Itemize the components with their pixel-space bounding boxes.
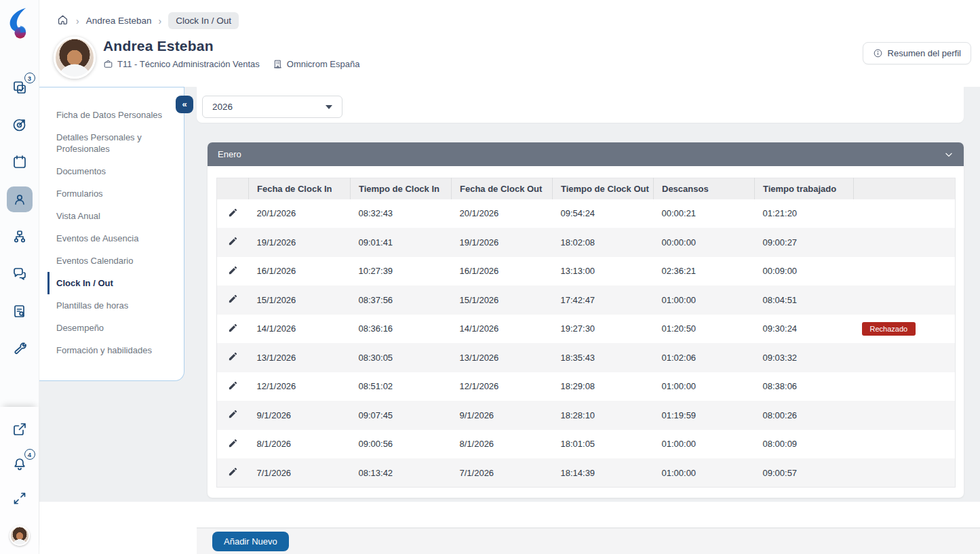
expand-icon[interactable] (7, 486, 33, 511)
worked-time-cell: 09:00:27 (755, 228, 854, 257)
table-row: 9/1/2026 09:07:45 9/1/2026 18:28:10 01:1… (217, 401, 956, 430)
clock-in-date-cell: 14/1/2026 (249, 315, 351, 344)
clock-in-time-cell: 08:37:56 (351, 285, 452, 315)
chevron-down-icon (326, 105, 332, 109)
clock-out-time-cell: 09:54:24 (553, 199, 654, 229)
table-row: 7/1/2026 08:13:42 7/1/2026 18:14:39 01:0… (217, 458, 956, 488)
document-search-icon[interactable] (7, 298, 33, 324)
external-link-icon[interactable] (7, 416, 33, 442)
status-cell (854, 228, 956, 257)
month-panel-header[interactable]: Enero (208, 142, 964, 166)
clock-out-time-cell: 18:02:08 (553, 228, 654, 257)
clock-out-time-cell: 17:42:47 (553, 285, 654, 315)
goals-icon[interactable] (7, 112, 33, 138)
profile-icon[interactable] (7, 186, 33, 212)
breadcrumb: › Andrea Esteban › Clock In / Out (39, 0, 980, 29)
column-header (854, 178, 956, 199)
clock-out-time-cell: 18:01:05 (553, 430, 654, 459)
workspace: Ficha de Datos Personales Detalles Perso… (39, 87, 980, 554)
column-header: Tiempo de Clock Out (553, 178, 654, 199)
submenu-item[interactable]: Formación y habilidades (47, 339, 184, 361)
clock-in-time-cell: 08:30:05 (351, 343, 452, 372)
status-cell (854, 343, 956, 372)
edit-icon[interactable] (228, 380, 238, 391)
submenu-item[interactable]: Documentos (47, 160, 184, 182)
table-row: 19/1/2026 09:01:41 19/1/2026 18:02:08 00… (217, 228, 956, 257)
submenu-item[interactable]: Vista Anual (47, 205, 184, 227)
column-header: Tiempo trabajado (755, 178, 854, 199)
table-row: 8/1/2026 09:00:56 8/1/2026 18:01:05 01:0… (217, 430, 956, 459)
submenu-item-label: Eventos Calendario (56, 256, 133, 266)
worked-time-cell: 08:00:09 (755, 430, 854, 459)
submenu-item[interactable]: Formularios (47, 182, 184, 205)
clock-in-date-cell: 20/1/2026 (249, 199, 351, 229)
breaks-cell: 01:02:06 (654, 343, 755, 372)
tasks-icon[interactable]: 3 (7, 75, 33, 100)
month-panel: Enero Fecha de Clock InTiempo de Clock I… (208, 142, 964, 498)
profile-summary-button[interactable]: Resumen del perfil (863, 42, 971, 64)
submenu-item[interactable]: Desempeño (47, 317, 184, 339)
submenu-item[interactable]: Eventos de Ausencia (47, 227, 184, 250)
clock-in-time-cell: 08:51:02 (351, 372, 452, 401)
edit-icon[interactable] (228, 323, 238, 333)
month-title: Enero (218, 149, 241, 159)
conversations-icon[interactable] (7, 261, 33, 287)
clock-out-date-cell: 12/1/2026 (452, 372, 553, 401)
notifications-badge: 4 (24, 449, 35, 460)
breaks-cell: 01:00:00 (654, 285, 755, 315)
breadcrumb-item-employee[interactable]: Andrea Esteban (86, 16, 152, 26)
edit-icon[interactable] (228, 207, 238, 218)
clock-out-time-cell: 18:28:10 (553, 401, 654, 430)
edit-icon[interactable] (228, 467, 238, 477)
main-area: › Andrea Esteban › Clock In / Out Andrea… (39, 0, 980, 554)
status-cell (854, 199, 956, 229)
breaks-cell: 00:00:21 (654, 199, 755, 229)
status-badge: Rechazado (862, 322, 916, 336)
briefcase-icon (103, 59, 113, 69)
status-cell (854, 372, 956, 401)
edit-icon[interactable] (228, 265, 238, 275)
status-cell: Rechazado (854, 315, 956, 344)
submenu-item-label: Formación y habilidades (56, 345, 152, 355)
edit-icon[interactable] (228, 351, 238, 361)
breaks-cell: 00:00:00 (654, 228, 755, 257)
clock-in-date-cell: 16/1/2026 (249, 257, 351, 286)
edit-icon[interactable] (228, 294, 238, 304)
table-row: 16/1/2026 10:27:39 16/1/2026 13:13:00 02… (217, 257, 956, 286)
settings-wrench-icon[interactable] (7, 336, 33, 361)
clock-out-date-cell: 15/1/2026 (452, 285, 553, 315)
submenu-item[interactable]: Clock In / Out (47, 272, 184, 294)
worked-time-cell: 09:30:24 (755, 315, 854, 344)
table-row: 20/1/2026 08:32:43 20/1/2026 09:54:24 00… (217, 199, 956, 229)
table-body: 20/1/2026 08:32:43 20/1/2026 09:54:24 00… (217, 199, 956, 488)
edit-icon[interactable] (228, 409, 238, 419)
home-icon[interactable] (56, 14, 69, 28)
calendar-icon[interactable] (7, 149, 33, 175)
org-chart-icon[interactable] (7, 224, 33, 250)
submenu-item[interactable]: Ficha de Datos Personales (47, 104, 184, 126)
breadcrumb-separator: › (159, 16, 162, 26)
tasks-badge: 3 (24, 73, 35, 83)
profile-avatar (54, 37, 96, 79)
submenu-item[interactable]: Plantillas de horas (47, 294, 184, 317)
add-new-button[interactable]: Añadir Nuevo (212, 532, 289, 551)
worked-time-cell: 08:38:06 (755, 372, 854, 401)
edit-icon[interactable] (228, 236, 238, 246)
worked-time-cell: 09:00:57 (755, 458, 854, 488)
profile-name: Andrea Esteban (103, 38, 359, 54)
user-avatar[interactable] (9, 526, 30, 546)
clock-in-date-cell: 19/1/2026 (249, 228, 351, 257)
clock-in-date-cell: 9/1/2026 (249, 401, 351, 430)
year-select-value: 2026 (212, 102, 233, 112)
collapse-submenu-button[interactable]: « (176, 96, 193, 113)
footer-bar: Añadir Nuevo (197, 528, 980, 554)
edit-icon[interactable] (228, 438, 238, 448)
submenu-item[interactable]: Eventos Calendario (47, 250, 184, 272)
submenu-item[interactable]: Detalles Personales y Profesionales (47, 126, 184, 160)
breaks-cell: 01:00:00 (654, 372, 755, 401)
status-cell (854, 285, 956, 315)
year-select[interactable]: 2026 (202, 96, 342, 118)
notifications-icon[interactable]: 4 (7, 451, 33, 477)
clock-out-time-cell: 19:27:30 (553, 315, 654, 344)
app-root: 3 (0, 0, 980, 554)
